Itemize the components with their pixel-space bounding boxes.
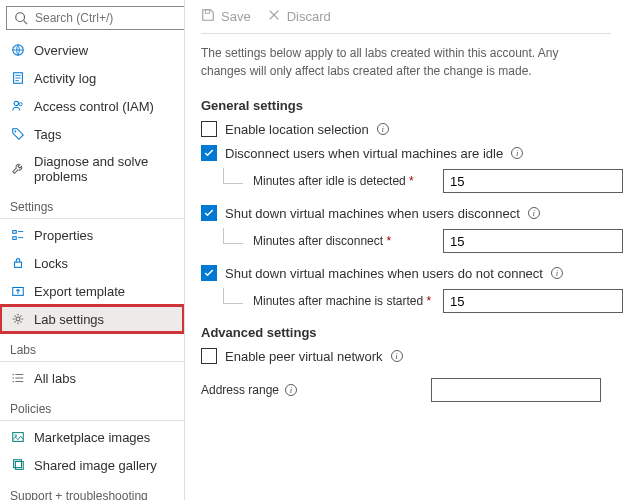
gear-icon — [10, 311, 26, 327]
sidebar-item-label: Tags — [34, 127, 61, 142]
sidebar-item-label: All labs — [34, 371, 76, 386]
address-range-input[interactable] — [431, 378, 601, 402]
discard-label: Discard — [287, 9, 331, 24]
list-icon — [10, 370, 26, 386]
connector-line — [223, 168, 243, 184]
sidebar-item-label: Lab settings — [34, 312, 104, 327]
svg-point-20 — [12, 374, 13, 375]
search-box[interactable] — [6, 6, 185, 30]
info-icon[interactable]: i — [511, 147, 523, 159]
nav-group-labs: Labs — [0, 333, 184, 362]
sidebar-item-lab-settings[interactable]: Lab settings — [0, 305, 184, 333]
save-label: Save — [221, 9, 251, 24]
sidebar-item-shared-image-gallery[interactable]: Shared image gallery — [0, 451, 184, 479]
svg-point-8 — [19, 103, 22, 106]
nav-group-settings: Settings — [0, 190, 184, 219]
globe-icon — [10, 42, 26, 58]
idle-minutes-label: Minutes after idle is detected * — [253, 174, 433, 188]
sidebar-item-properties[interactable]: Properties — [0, 221, 184, 249]
sidebar-item-label: Diagnose and solve problems — [34, 154, 174, 184]
toolbar: Save Discard — [201, 8, 611, 34]
people-icon — [10, 98, 26, 114]
enable-location-label: Enable location selection — [225, 122, 369, 137]
svg-point-21 — [12, 377, 13, 378]
sidebar-item-label: Export template — [34, 284, 125, 299]
svg-point-22 — [12, 381, 13, 382]
started-minutes-label: Minutes after machine is started * — [253, 294, 433, 308]
idle-minutes-input[interactable] — [443, 169, 623, 193]
svg-rect-26 — [15, 462, 23, 470]
svg-point-0 — [16, 13, 25, 22]
close-icon — [267, 8, 281, 25]
connector-line — [223, 228, 243, 244]
nav-group-policies: Policies — [0, 392, 184, 421]
sidebar-item-diagnose[interactable]: Diagnose and solve problems — [0, 148, 184, 190]
sidebar-item-label: Shared image gallery — [34, 458, 157, 473]
svg-rect-14 — [15, 262, 22, 267]
sidebar: « Overview Activity log Access control (… — [0, 0, 185, 500]
export-icon — [10, 283, 26, 299]
shutdown-noconnect-label: Shut down virtual machines when users do… — [225, 266, 543, 281]
search-input[interactable] — [35, 11, 185, 25]
sidebar-item-label: Activity log — [34, 71, 96, 86]
search-icon — [13, 10, 29, 26]
connector-line — [223, 288, 243, 304]
svg-rect-11 — [13, 237, 17, 240]
image-icon — [10, 429, 26, 445]
sidebar-item-overview[interactable]: Overview — [0, 36, 184, 64]
main-content: Save Discard The settings below apply to… — [185, 0, 623, 500]
nav-group-support: Support + troubleshooting — [0, 479, 184, 500]
sidebar-item-all-labs[interactable]: All labs — [0, 364, 184, 392]
sidebar-item-label: Marketplace images — [34, 430, 150, 445]
save-icon — [201, 8, 215, 25]
sidebar-item-locks[interactable]: Locks — [0, 249, 184, 277]
sidebar-item-access-control[interactable]: Access control (IAM) — [0, 92, 184, 120]
gallery-icon — [10, 457, 26, 473]
address-range-label: Address range i — [201, 383, 421, 397]
disconnect-minutes-label: Minutes after disconnect * — [253, 234, 433, 248]
sidebar-item-label: Locks — [34, 256, 68, 271]
tag-icon — [10, 126, 26, 142]
sidebar-item-label: Overview — [34, 43, 88, 58]
shutdown-noconnect-checkbox[interactable] — [201, 265, 217, 281]
general-settings-heading: General settings — [201, 98, 611, 113]
disconnect-minutes-input[interactable] — [443, 229, 623, 253]
svg-point-7 — [14, 101, 18, 105]
svg-rect-10 — [13, 231, 17, 234]
peer-vnet-label: Enable peer virtual network — [225, 349, 383, 364]
sidebar-item-tags[interactable]: Tags — [0, 120, 184, 148]
svg-point-16 — [16, 317, 20, 321]
intro-text: The settings below apply to all labs cre… — [201, 44, 601, 80]
sidebar-item-label: Properties — [34, 228, 93, 243]
started-minutes-input[interactable] — [443, 289, 623, 313]
discard-button[interactable]: Discard — [267, 8, 331, 25]
svg-line-1 — [24, 21, 28, 25]
shutdown-disconnect-checkbox[interactable] — [201, 205, 217, 221]
enable-location-checkbox[interactable] — [201, 121, 217, 137]
sidebar-item-activity-log[interactable]: Activity log — [0, 64, 184, 92]
sidebar-item-marketplace-images[interactable]: Marketplace images — [0, 423, 184, 451]
log-icon — [10, 70, 26, 86]
info-icon[interactable]: i — [285, 384, 297, 396]
shutdown-disconnect-label: Shut down virtual machines when users di… — [225, 206, 520, 221]
info-icon[interactable]: i — [391, 350, 403, 362]
svg-point-9 — [15, 131, 17, 133]
lock-icon — [10, 255, 26, 271]
sidebar-item-export-template[interactable]: Export template — [0, 277, 184, 305]
properties-icon — [10, 227, 26, 243]
save-button[interactable]: Save — [201, 8, 251, 25]
wrench-icon — [10, 161, 26, 177]
info-icon[interactable]: i — [528, 207, 540, 219]
sidebar-item-label: Access control (IAM) — [34, 99, 154, 114]
svg-point-24 — [15, 435, 17, 437]
info-icon[interactable]: i — [551, 267, 563, 279]
advanced-settings-heading: Advanced settings — [201, 325, 611, 340]
disconnect-idle-label: Disconnect users when virtual machines a… — [225, 146, 503, 161]
peer-vnet-checkbox[interactable] — [201, 348, 217, 364]
disconnect-idle-checkbox[interactable] — [201, 145, 217, 161]
info-icon[interactable]: i — [377, 123, 389, 135]
svg-rect-25 — [14, 460, 22, 468]
